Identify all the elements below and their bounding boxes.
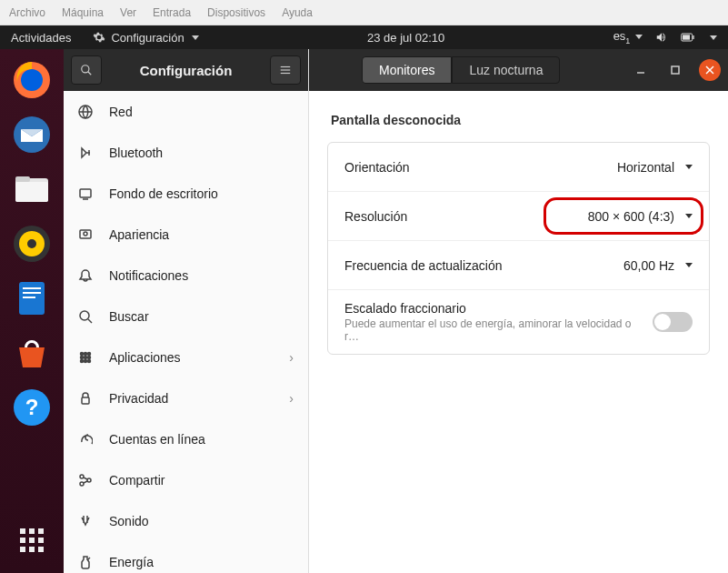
tab-group: Monitores Luz nocturna	[362, 56, 560, 84]
sidebar-item-red[interactable]: Red	[64, 91, 308, 132]
svg-rect-7	[15, 176, 30, 182]
tab-night-light[interactable]: Luz nocturna	[452, 56, 560, 84]
settings-window: Configuración RedBluetoothFondo de escri…	[64, 49, 728, 573]
search-icon	[80, 64, 93, 76]
svg-rect-13	[23, 287, 41, 289]
svg-point-41	[80, 475, 84, 478]
sidebar-item-label: Red	[109, 105, 133, 119]
sidebar-item-label: Fondo de escritorio	[109, 186, 218, 201]
sidebar-item-cuentas-en-línea[interactable]: Cuentas en línea	[64, 418, 308, 459]
sidebar-item-sonido[interactable]: Sonido	[64, 500, 308, 541]
sidebar-item-label: Apariencia	[109, 227, 169, 242]
refresh-value: 60,00 Hz	[623, 258, 674, 273]
sidebar-icon	[78, 268, 93, 283]
sidebar-item-privacidad[interactable]: Privacidad›	[64, 377, 308, 418]
refresh-rate-row[interactable]: Frecuencia de actualización 60,00 Hz	[328, 241, 709, 290]
resolution-row[interactable]: Resolución 800 × 600 (4:3)	[328, 192, 709, 241]
svg-rect-15	[23, 297, 35, 298]
chevron-down-icon	[685, 214, 693, 218]
chevron-right-icon: ›	[289, 350, 294, 365]
sidebar-item-label: Buscar	[109, 309, 149, 324]
vm-menu-item[interactable]: Entrada	[153, 6, 191, 19]
hamburger-button[interactable]	[270, 55, 301, 85]
battery-icon	[681, 31, 695, 44]
sidebar-item-fondo-de-escritorio[interactable]: Fondo de escritorio	[64, 173, 308, 214]
sidebar-icon	[78, 350, 93, 365]
gnome-topbar: Actividades Configuración 23 de jul 02:1…	[0, 25, 728, 49]
dock-show-applications[interactable]	[8, 517, 55, 564]
sidebar-item-notificaciones[interactable]: Notificaciones	[64, 255, 308, 296]
svg-line-45	[84, 481, 87, 483]
resolution-label: Resolución	[344, 209, 407, 224]
sidebar-item-bluetooth[interactable]: Bluetooth	[64, 132, 308, 173]
keyboard-layout-indicator[interactable]: es1	[613, 29, 643, 45]
fractional-description: Puede aumentar el uso de energía, aminor…	[344, 317, 635, 343]
maximize-button[interactable]	[664, 59, 686, 81]
dock-thunderbird[interactable]	[8, 111, 55, 158]
vm-menu-item[interactable]: Ver	[120, 6, 136, 19]
sidebar-icon	[78, 146, 93, 160]
app-menu[interactable]: Configuración	[82, 31, 209, 45]
svg-point-29	[80, 311, 89, 320]
sidebar-item-energía[interactable]: Energía	[64, 541, 308, 573]
vm-menu-item[interactable]: Dispositivos	[207, 6, 265, 19]
svg-point-32	[85, 352, 87, 355]
sidebar-item-label: Sonido	[109, 514, 149, 528]
activities-button[interactable]: Actividades	[0, 31, 82, 45]
svg-point-36	[88, 356, 91, 358]
search-button[interactable]	[71, 55, 102, 85]
dock: ?	[0, 49, 64, 573]
chevron-down-icon	[685, 165, 693, 169]
close-button[interactable]	[699, 59, 721, 81]
svg-point-42	[80, 482, 84, 486]
dock-files[interactable]	[8, 166, 55, 213]
sidebar-item-apariencia[interactable]: Apariencia	[64, 214, 308, 255]
minimize-button[interactable]	[630, 59, 652, 81]
sidebar-item-label: Compartir	[109, 473, 165, 488]
section-title: Pantalla desconocida	[331, 113, 710, 127]
sidebar-item-aplicaciones[interactable]: Aplicaciones›	[64, 337, 308, 377]
sidebar-item-label: Bluetooth	[109, 146, 163, 160]
svg-point-38	[85, 359, 87, 362]
svg-point-39	[88, 359, 91, 362]
dock-firefox[interactable]	[8, 56, 55, 104]
tab-monitors[interactable]: Monitores	[362, 56, 452, 84]
vm-menu-item[interactable]: Archivo	[9, 6, 45, 19]
svg-point-11	[27, 239, 36, 248]
sidebar-item-compartir[interactable]: Compartir	[64, 459, 308, 500]
chevron-down-icon	[192, 35, 199, 40]
svg-point-28	[84, 232, 87, 236]
sidebar-icon	[78, 309, 93, 324]
settings-content: Monitores Luz nocturna Pantalla desconoc…	[309, 49, 728, 573]
sidebar-icon	[78, 473, 93, 488]
dock-help[interactable]: ?	[8, 384, 55, 431]
menu-icon	[279, 64, 292, 76]
display-settings-group: Orientación Horizontal Resolución 800 × …	[327, 142, 710, 355]
svg-point-4	[21, 69, 43, 91]
orientation-row[interactable]: Orientación Horizontal	[328, 143, 709, 192]
dock-rhythmbox[interactable]	[8, 220, 55, 267]
svg-rect-40	[82, 397, 89, 404]
chevron-down-icon	[685, 263, 693, 267]
refresh-label: Frecuencia de actualización	[344, 258, 503, 273]
sidebar-item-buscar[interactable]: Buscar	[64, 296, 308, 337]
dock-writer[interactable]	[8, 275, 55, 322]
resolution-value: 800 × 600 (4:3)	[588, 209, 674, 224]
chevron-right-icon: ›	[289, 391, 294, 406]
svg-rect-48	[672, 66, 679, 74]
sidebar-item-label: Energía	[109, 555, 154, 569]
clock[interactable]: 23 de jul 02:10	[210, 31, 603, 45]
svg-line-19	[88, 72, 92, 75]
sidebar-item-label: Privacidad	[109, 391, 168, 406]
svg-rect-14	[23, 292, 41, 294]
fractional-scaling-toggle[interactable]	[653, 312, 693, 332]
chevron-down-icon	[710, 35, 717, 40]
fractional-scaling-row: Escalado fraccionario Puede aumentar el …	[328, 290, 709, 354]
sidebar-item-label: Cuentas en línea	[109, 432, 205, 447]
sidebar-item-label: Notificaciones	[109, 268, 188, 283]
sidebar-icon	[78, 514, 93, 528]
vm-menu-item[interactable]: Ayuda	[282, 6, 313, 19]
dock-software[interactable]	[8, 329, 55, 377]
vm-menu-item[interactable]: Máquina	[62, 6, 104, 19]
system-tray[interactable]: es1	[603, 29, 728, 45]
